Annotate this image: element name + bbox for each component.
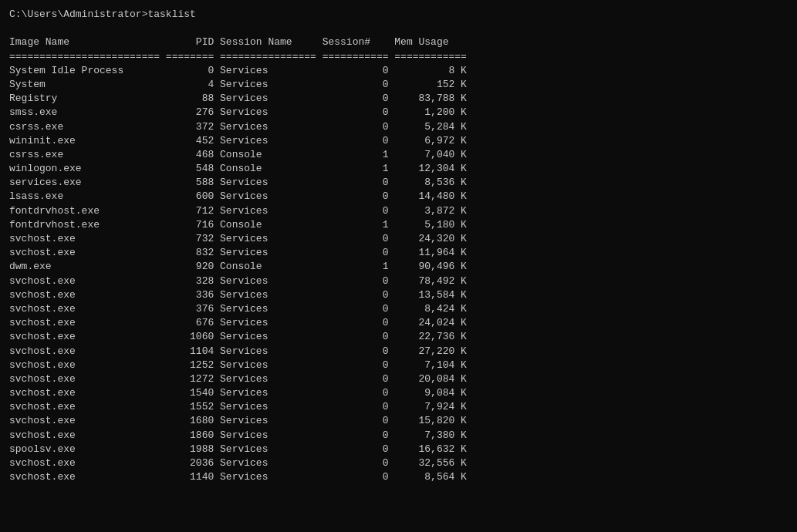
table-row: svchost.exe 336 Services 0 13,584 K — [9, 288, 788, 302]
table-row: System Idle Process 0 Services 0 8 K — [9, 64, 788, 78]
table-row: csrss.exe 468 Console 1 7,040 K — [9, 148, 788, 162]
table-row: svchost.exe 2036 Services 0 32,556 K — [9, 456, 788, 470]
table-row: System 4 Services 0 152 K — [9, 78, 788, 92]
table-row: dwm.exe 920 Console 1 90,496 K — [9, 260, 788, 274]
blank-line-1 — [9, 22, 788, 35]
table-row: svchost.exe 328 Services 0 78,492 K — [9, 274, 788, 288]
column-header: Image Name PID Session Name Session# Mem… — [9, 35, 788, 49]
table-row: Registry 88 Services 0 83,788 K — [9, 92, 788, 106]
table-row: svchost.exe 376 Services 0 8,424 K — [9, 302, 788, 316]
table-row: svchost.exe 832 Services 0 11,964 K — [9, 246, 788, 260]
prompt-line: C:\Users\Administrator>tasklist — [9, 8, 788, 22]
table-row: svchost.exe 676 Services 0 24,024 K — [9, 316, 788, 330]
table-row: svchost.exe 1860 Services 0 7,380 K — [9, 429, 788, 443]
table-row: svchost.exe 1104 Services 0 27,220 K — [9, 345, 788, 359]
table-row: svchost.exe 1680 Services 0 15,820 K — [9, 414, 788, 428]
table-row: svchost.exe 1060 Services 0 22,736 K — [9, 330, 788, 344]
table-row: svchost.exe 1552 Services 0 7,924 K — [9, 400, 788, 414]
process-list: System Idle Process 0 Services 0 8 KSyst… — [9, 64, 788, 485]
table-row: svchost.exe 732 Services 0 24,320 K — [9, 232, 788, 246]
table-row: svchost.exe 1540 Services 0 9,084 K — [9, 386, 788, 400]
table-row: fontdrvhost.exe 712 Services 0 3,872 K — [9, 204, 788, 218]
table-row: wininit.exe 452 Services 0 6,972 K — [9, 134, 788, 148]
table-row: svchost.exe 1272 Services 0 20,084 K — [9, 372, 788, 386]
table-row: fontdrvhost.exe 716 Console 1 5,180 K — [9, 218, 788, 232]
table-row: spoolsv.exe 1988 Services 0 16,632 K — [9, 443, 788, 456]
table-row: svchost.exe 1140 Services 0 8,564 K — [9, 470, 788, 484]
table-row: csrss.exe 372 Services 0 5,284 K — [9, 120, 788, 134]
table-row: winlogon.exe 548 Console 1 12,304 K — [9, 162, 788, 176]
table-row: smss.exe 276 Services 0 1,200 K — [9, 106, 788, 120]
table-row: lsass.exe 600 Services 0 14,480 K — [9, 190, 788, 204]
table-row: services.exe 588 Services 0 8,536 K — [9, 176, 788, 190]
terminal-window: C:\Users\Administrator>tasklist Image Na… — [9, 8, 788, 484]
table-row: svchost.exe 1252 Services 0 7,104 K — [9, 359, 788, 372]
separator: ========================= ======== =====… — [9, 50, 788, 64]
